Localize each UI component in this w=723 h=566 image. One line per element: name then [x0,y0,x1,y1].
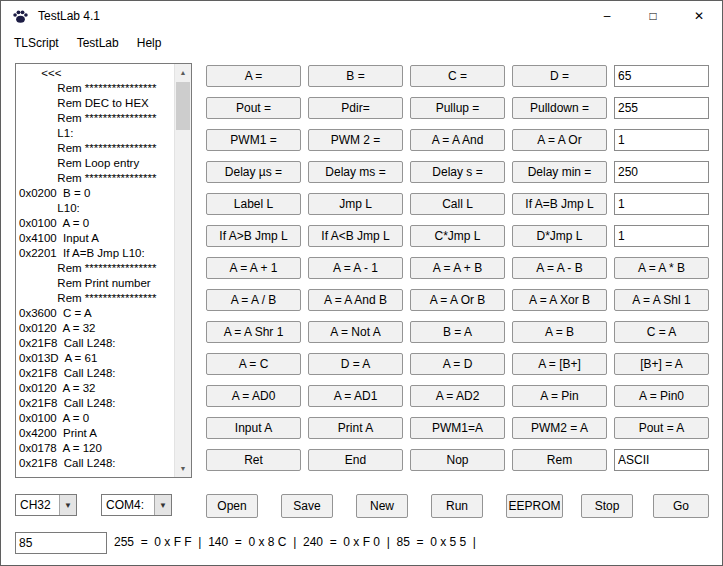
code-line[interactable]: Rem DEC to HEX [19,96,174,111]
maximize-button[interactable]: □ [630,1,676,31]
op-button[interactable]: C*Jmp L [410,225,505,247]
op-button[interactable]: B = [308,65,403,87]
op-button[interactable]: D = A [308,353,403,375]
code-line[interactable]: 0x0100 A = 0 [19,216,174,231]
op-button[interactable]: PWM 2 = [308,129,403,151]
op-button[interactable]: PWM1=A [410,417,505,439]
code-line[interactable]: 0x0100 A = 0 [19,411,174,426]
code-line[interactable]: 0x4200 Print A [19,426,174,441]
op-button[interactable]: A = C [206,353,301,375]
op-button[interactable]: A = A + B [410,257,505,279]
op-button[interactable]: Pout = A [614,417,709,439]
op-button[interactable]: A = AD1 [308,385,403,407]
stop-button[interactable]: Stop [581,494,633,518]
scrollbar[interactable]: ▲ ▼ [174,64,191,477]
op-button[interactable]: PWM1 = [206,129,301,151]
op-button[interactable]: A = Pin [512,385,607,407]
operand-input[interactable] [614,225,709,247]
code-line[interactable]: Rem Loop entry [19,156,174,171]
operand-input[interactable] [614,193,709,215]
op-button[interactable]: C = [410,65,505,87]
op-button[interactable]: Call L [410,193,505,215]
code-line[interactable]: 0x013D A = 61 [19,351,174,366]
op-button[interactable]: A = A And [410,129,505,151]
code-line[interactable]: 0x21F8 Call L248: [19,396,174,411]
code-line[interactable]: Rem **************** [19,291,174,306]
op-button[interactable]: A = B [512,321,607,343]
menu-item-tlscript[interactable]: TLScript [5,33,68,53]
op-button[interactable]: If A<B Jmp L [308,225,403,247]
op-button[interactable]: Pout = [206,97,301,119]
code-line[interactable]: 0x0120 A = 32 [19,381,174,396]
op-button[interactable]: A = A Shr 1 [206,321,301,343]
op-button[interactable]: Delay s = [410,161,505,183]
op-button[interactable]: A = [206,65,301,87]
op-button[interactable]: Delay µs = [206,161,301,183]
op-button[interactable]: A = A / B [206,289,301,311]
code-line[interactable]: Rem **************** [19,141,174,156]
code-line[interactable]: 0x4100 Input A [19,231,174,246]
save-button[interactable]: Save [281,494,333,518]
op-button[interactable]: Pulldown = [512,97,607,119]
op-button[interactable]: A = A * B [614,257,709,279]
op-button[interactable]: [B+] = A [614,353,709,375]
menu-item-help[interactable]: Help [128,33,171,53]
com-port-select[interactable]: COM4: ▼ [101,494,172,516]
menu-item-testlab[interactable]: TestLab [68,33,128,53]
chevron-down-icon[interactable]: ▼ [154,495,171,515]
chevron-down-icon[interactable]: ▼ [59,495,76,515]
op-button[interactable]: A = A Xor B [512,289,607,311]
code-line[interactable]: 0x21F8 Call L248: [19,456,174,471]
op-button[interactable]: A = A Shl 1 [614,289,709,311]
op-button[interactable]: End [308,449,403,471]
op-button[interactable]: If A=B Jmp L [512,193,607,215]
operand-input[interactable] [614,65,709,87]
scroll-up-icon[interactable]: ▲ [175,64,191,81]
code-line[interactable]: Rem **************** [19,111,174,126]
op-button[interactable]: Delay min = [512,161,607,183]
code-line[interactable]: 0x0200 B = 0 [19,186,174,201]
op-button[interactable]: Input A [206,417,301,439]
op-button[interactable]: Label L [206,193,301,215]
code-line[interactable]: <<< [19,66,174,81]
op-button[interactable]: Ret [206,449,301,471]
op-button[interactable]: A = Pin0 [614,385,709,407]
op-button[interactable]: Nop [410,449,505,471]
open-button[interactable]: Open [206,494,258,518]
code-listing[interactable]: <<< Rem **************** Rem DEC to HEX … [15,63,192,478]
code-line[interactable]: Rem **************** [19,171,174,186]
code-line[interactable]: L10: [19,201,174,216]
code-line[interactable]: 0x0178 A = 120 [19,441,174,456]
scroll-down-icon[interactable]: ▼ [175,460,191,477]
code-line[interactable]: 0x2201 If A=B Jmp L10: [19,246,174,261]
op-button[interactable]: A = A Or [512,129,607,151]
code-line[interactable]: L1: [19,126,174,141]
operand-input[interactable] [614,129,709,151]
op-button[interactable]: D*Jmp L [512,225,607,247]
eeprom-button[interactable]: EEPROM [506,494,563,518]
go-button[interactable]: Go [653,494,709,518]
close-button[interactable]: ✕ [676,1,722,31]
op-button[interactable]: A = AD0 [206,385,301,407]
op-button[interactable]: A = A Or B [410,289,505,311]
op-button[interactable]: Rem [512,449,607,471]
dec-input[interactable] [15,532,107,554]
op-button[interactable]: Print A [308,417,403,439]
op-button[interactable]: A = A - 1 [308,257,403,279]
op-button[interactable]: Pdir= [308,97,403,119]
new-button[interactable]: New [356,494,408,518]
op-button[interactable]: Pullup = [410,97,505,119]
op-button[interactable]: Jmp L [308,193,403,215]
ascii-input[interactable] [614,449,709,471]
code-line[interactable]: Rem **************** [19,81,174,96]
op-button[interactable]: A = [B+] [512,353,607,375]
op-button[interactable]: A = A + 1 [206,257,301,279]
device-select[interactable]: CH32 ▼ [15,494,77,516]
operand-input[interactable] [614,97,709,119]
op-button[interactable]: If A>B Jmp L [206,225,301,247]
operand-input[interactable] [614,161,709,183]
minimize-button[interactable]: – [584,1,630,31]
code-line[interactable]: 0x3600 C = A [19,306,174,321]
scroll-thumb[interactable] [176,82,190,130]
op-button[interactable]: A = D [410,353,505,375]
